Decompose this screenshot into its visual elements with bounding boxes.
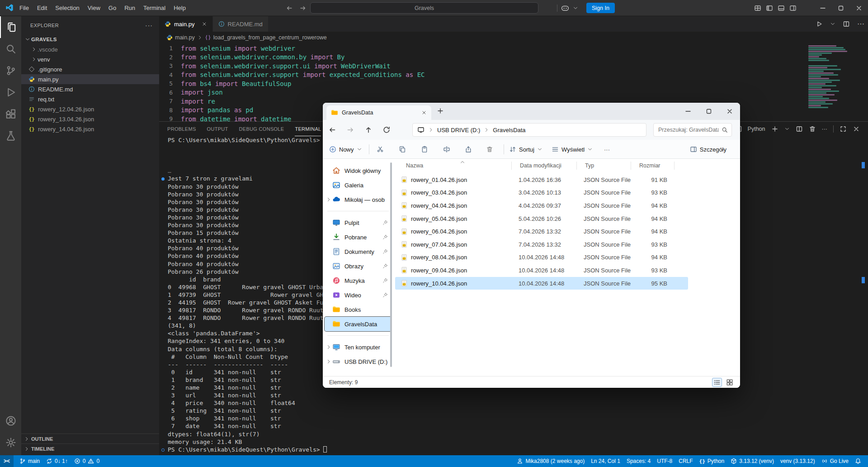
column-header-rozmiar[interactable]: Rozmiar (631, 162, 675, 170)
tree-item-venv[interactable]: venv (21, 54, 159, 64)
split-editor-icon[interactable] (843, 20, 850, 28)
menu-file[interactable]: File (15, 5, 33, 11)
file-row-rowery-08-04-26-json[interactable]: {}rowery_08.04.26.json10.04.2026 14:48JS… (395, 251, 688, 264)
vscode-maximize-button[interactable] (832, 0, 850, 16)
python-interpreter[interactable]: 3.13.12 (venv) (727, 455, 777, 467)
toggle-sidebar-icon[interactable] (766, 5, 773, 12)
chevron-right-icon[interactable] (326, 197, 332, 202)
breadcrumb-gravelsdata[interactable]: GravelsData (493, 127, 525, 133)
tree-item-readme-md[interactable]: README.md (21, 84, 159, 94)
explorer-tab-gravelsdata[interactable]: GravelsData (326, 105, 431, 120)
close-explorer-tab-icon[interactable] (421, 110, 427, 115)
menu-selection[interactable]: Selection (51, 5, 83, 11)
cut-button[interactable] (373, 143, 387, 156)
tree-item-rowery-14-04-26-json[interactable]: {}rowery_14.04.26.json (21, 124, 159, 134)
column-header-data-modyfikacji[interactable]: Data modyfikacji (512, 162, 577, 170)
terminal-dropdown-icon[interactable] (784, 126, 790, 132)
tab-main-py[interactable]: main.py (159, 16, 213, 32)
column-header-typ[interactable]: Typ (577, 162, 631, 170)
eol[interactable]: CRLF (675, 455, 696, 467)
maximize-panel-icon[interactable] (840, 125, 847, 133)
close-panel-icon[interactable] (853, 125, 860, 133)
toolbar-more-icon[interactable]: ··· (604, 143, 610, 156)
breadcrumb[interactable]: main.py load_gravels_from_page_centrum_r… (159, 32, 868, 43)
toggle-secondary-sidebar-icon[interactable] (789, 5, 797, 12)
explorer-close-button[interactable] (719, 103, 740, 120)
copilot-chevron-down-icon[interactable] (573, 5, 578, 11)
close-tab-icon[interactable] (202, 21, 207, 27)
tree-item-rowery-13-04-26-json[interactable]: {}rowery_13.04.26.json (21, 114, 159, 124)
sign-in-button[interactable]: Sign In (586, 3, 615, 13)
accounts-icon[interactable] (0, 410, 21, 432)
remote-indicator[interactable]: >< (0, 455, 14, 467)
tree-item-req-txt[interactable]: req.txt (21, 94, 159, 104)
new-explorer-tab-icon[interactable] (437, 107, 444, 114)
copilot-icon[interactable] (561, 4, 569, 12)
notifications-bell[interactable] (852, 455, 864, 467)
history-back-button[interactable] (286, 5, 293, 12)
menu-go[interactable]: Go (104, 5, 120, 11)
chevron-right-icon[interactable] (326, 344, 332, 350)
cursor-position[interactable]: Ln 24, Col 1 (588, 455, 623, 467)
settings-gear-icon[interactable] (0, 432, 21, 453)
run-options-chevron-icon[interactable] (830, 21, 835, 27)
language-mode[interactable]: {}Python (696, 455, 728, 467)
new-button[interactable]: Nowy (329, 143, 362, 156)
explorer-maximize-button[interactable] (698, 103, 719, 120)
problems-status[interactable]: 00 (71, 455, 103, 467)
panel-tab-terminal[interactable]: TERMINAL (295, 122, 321, 136)
gitlens-author[interactable]: Mika2808 (2 weeks ago) (514, 455, 588, 467)
menu-edit[interactable]: Edit (33, 5, 51, 11)
minimap[interactable] (808, 45, 854, 109)
file-row-rowery-04-04-26-json[interactable]: {}rowery_04.04.26.json4.04.2026 09:37JSO… (395, 199, 688, 212)
breadcrumb-usb-drive[interactable]: USB DRIVE (D:) (437, 127, 480, 133)
run-debug-activity-icon[interactable] (0, 81, 21, 103)
nav-item-usb-drive-d-[interactable]: USB DRIVE (D:) (325, 354, 392, 369)
paste-button[interactable] (418, 143, 431, 156)
panel-more-actions-icon[interactable]: ··· (822, 126, 828, 132)
nav-item-mikołaj-osob[interactable]: Mikołaj — osob (325, 192, 392, 207)
file-row-rowery-10-04-26-json[interactable]: {}rowery_10.04.26.json10.04.2026 14:48JS… (395, 277, 688, 290)
indentation[interactable]: Spaces: 4 (623, 455, 654, 467)
testing-activity-icon[interactable] (0, 125, 21, 147)
tree-root-gravels[interactable]: GRAVELS (21, 34, 159, 44)
explorer-back-button[interactable] (328, 126, 336, 134)
git-sync-status[interactable]: 0↓ 1↑ (43, 455, 71, 467)
panel-tab-debug-console[interactable]: DEBUG CONSOLE (239, 122, 284, 136)
source-control-activity-icon[interactable] (0, 60, 21, 81)
details-pane-button[interactable]: Szczegóły (690, 143, 726, 156)
explorer-breadcrumb-bar[interactable]: USB DRIVE (D:) GravelsData (412, 123, 646, 137)
chevron-right-icon[interactable] (326, 359, 332, 364)
nav-item-muzyka[interactable]: Muzyka (325, 273, 392, 288)
git-branch-status[interactable]: main (16, 455, 43, 467)
nav-item-dokumenty[interactable]: Dokumenty (325, 244, 392, 259)
nav-item-wideo[interactable]: Wideo (325, 288, 392, 302)
tree-item--gitignore[interactable]: .gitignore (21, 64, 159, 74)
delete-button[interactable] (483, 143, 496, 156)
extensions-activity-icon[interactable] (0, 103, 21, 125)
explorer-minimize-button[interactable] (678, 103, 698, 120)
editor-more-actions-icon[interactable]: ··· (857, 20, 864, 28)
vscode-close-button[interactable] (850, 0, 868, 16)
sort-button[interactable]: Sortuj (509, 143, 542, 156)
explorer-up-button[interactable] (364, 126, 373, 134)
tree-item--vscode[interactable]: .vscode (21, 44, 159, 54)
menu-view[interactable]: View (84, 5, 104, 11)
menu-help[interactable]: Help (170, 5, 190, 11)
panel-tab-problems[interactable]: PROBLEMS (167, 122, 196, 136)
panel-tab-output[interactable]: OUTPUT (207, 122, 228, 136)
nav-item-pulpit[interactable]: Pulpit (325, 215, 392, 230)
search-activity-icon[interactable] (0, 38, 21, 60)
outline-section-header[interactable]: OUTLINE (21, 434, 159, 443)
nav-item-books[interactable]: Books (325, 302, 392, 317)
explorer-more-actions-icon[interactable]: ··· (145, 22, 153, 29)
explorer-activity-icon[interactable] (0, 16, 21, 38)
column-header-nazwa[interactable]: Nazwa (395, 162, 512, 170)
copy-button[interactable] (396, 143, 409, 156)
share-button[interactable] (462, 143, 475, 156)
file-row-rowery-05-04-26-json[interactable]: {}rowery_05.04.26.json5.04.2026 10:26JSO… (395, 212, 688, 225)
file-row-rowery-03-04-26-json[interactable]: {}rowery_03.04.26.json3.04.2026 10:13JSO… (395, 186, 688, 200)
file-row-rowery-09-04-26-json[interactable]: {}rowery_09.04.26.json10.04.2026 14:48JS… (395, 264, 688, 277)
go-live[interactable]: Go Live (818, 455, 852, 467)
vscode-minimize-button[interactable] (814, 0, 832, 16)
